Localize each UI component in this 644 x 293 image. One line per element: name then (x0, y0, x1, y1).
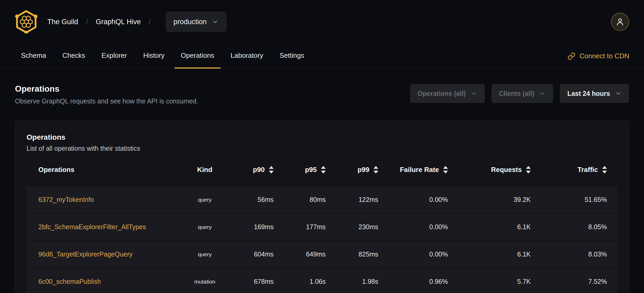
requests-cell: 6.1K (458, 250, 541, 258)
card-title: Operations (27, 133, 617, 142)
column-header-p99[interactable]: p99 (336, 166, 389, 174)
filters: Operations (all) Clients (all) Last 24 h… (410, 84, 629, 103)
main-content: Operations Observe GraphQL requests and … (0, 69, 644, 293)
tabs: Schema Checks Explorer History Operation… (15, 44, 310, 69)
topbar: The Guild / GraphQL Hive / production (0, 0, 644, 44)
tab-history[interactable]: History (137, 44, 171, 69)
table-body: 6372_myTokenInfo query 56ms 80ms 122ms 0… (27, 186, 617, 293)
avatar[interactable] (611, 13, 629, 31)
traffic-cell: 51.65% (541, 196, 617, 203)
p90-cell: 604ms (236, 250, 284, 258)
p90-cell: 678ms (236, 278, 284, 285)
chevron-down-icon (471, 90, 477, 97)
tab-settings[interactable]: Settings (273, 44, 310, 69)
traffic-cell: 8.05% (541, 223, 617, 231)
breadcrumb-project[interactable]: GraphQL Hive (96, 18, 141, 26)
table-header-row: Operations Kind p90 p95 p99 Failure Rate… (27, 160, 617, 180)
kind-cell: query (173, 251, 236, 258)
chevron-down-icon (539, 90, 546, 97)
operations-card: Operations List of all operations with t… (15, 120, 629, 293)
tab-operations[interactable]: Operations (175, 44, 221, 69)
nav-tabs-bar: Schema Checks Explorer History Operation… (0, 44, 644, 69)
p90-cell: 169ms (236, 223, 284, 231)
operations-table: Operations Kind p90 p95 p99 Failure Rate… (27, 160, 617, 293)
table-row: 96d6_TargetExplorerPageQuery query 604ms… (27, 241, 617, 268)
sort-arrows-icon[interactable] (269, 166, 274, 174)
breadcrumb-separator: / (86, 18, 88, 26)
p99-cell: 1.98s (336, 278, 389, 285)
tab-checks[interactable]: Checks (56, 44, 91, 69)
operation-cell: 96d6_TargetExplorerPageQuery (27, 250, 173, 258)
column-header-requests[interactable]: Requests (458, 166, 541, 174)
page-title: Operations (15, 84, 198, 94)
sort-arrows-icon[interactable] (374, 166, 378, 174)
failure-rate-cell: 0.00% (389, 196, 458, 203)
p99-cell: 230ms (336, 223, 389, 231)
failure-rate-cell: 0.00% (389, 223, 458, 231)
failure-rate-cell: 0.96% (389, 278, 458, 285)
p90-cell: 56ms (236, 196, 284, 203)
kind-cell: query (173, 224, 236, 230)
target-select-value: production (173, 18, 207, 26)
operation-link[interactable]: 6c00_schemaPublish (38, 278, 101, 285)
tab-explorer[interactable]: Explorer (95, 44, 133, 69)
column-header-failure-rate[interactable]: Failure Rate (389, 166, 458, 174)
filter-last-24-hours[interactable]: Last 24 hours (560, 84, 629, 103)
operation-link[interactable]: 96d6_TargetExplorerPageQuery (38, 250, 133, 258)
column-header-kind: Kind (173, 166, 236, 174)
operation-cell: 6c00_schemaPublish (27, 278, 173, 285)
sort-arrows-icon[interactable] (321, 166, 326, 174)
card-subtitle: List of all operations with their statis… (27, 145, 617, 152)
sort-arrows-icon[interactable] (443, 166, 448, 174)
operation-link[interactable]: 6372_myTokenInfo (38, 196, 94, 203)
kind-cell: mutation (173, 279, 236, 285)
breadcrumb-org[interactable]: The Guild (47, 18, 78, 26)
filter-clients-all[interactable]: Clients (all) (492, 84, 553, 103)
column-header-p95[interactable]: p95 (284, 166, 336, 174)
breadcrumb-separator: / (149, 18, 151, 26)
p95-cell: 649ms (284, 250, 336, 258)
table-row: 6c00_schemaPublish mutation 678ms 1.06s … (27, 268, 617, 293)
tab-schema[interactable]: Schema (15, 44, 52, 69)
page-header: Operations Observe GraphQL requests and … (15, 84, 629, 105)
column-header-operations: Operations (27, 166, 173, 174)
tab-laboratory[interactable]: Laboratory (224, 44, 269, 69)
operation-link[interactable]: 2bfc_SchemaExplorerFilter_AllTypes (38, 223, 146, 231)
requests-cell: 39.2K (458, 196, 541, 203)
link-icon (568, 52, 575, 60)
p95-cell: 80ms (284, 196, 336, 203)
requests-cell: 5.7K (458, 278, 541, 285)
p95-cell: 1.06s (284, 278, 336, 285)
p99-cell: 825ms (336, 250, 389, 258)
sort-arrows-icon[interactable] (526, 166, 531, 174)
traffic-cell: 8.03% (541, 250, 617, 258)
table-row: 6372_myTokenInfo query 56ms 80ms 122ms 0… (27, 186, 617, 214)
column-header-traffic[interactable]: Traffic (541, 166, 617, 174)
breadcrumb: The Guild / GraphQL Hive / production (15, 10, 226, 33)
target-select[interactable]: production (166, 12, 226, 32)
chevron-down-icon (615, 90, 622, 97)
page-subtitle: Observe GraphQL requests and see how the… (15, 97, 198, 105)
hive-logo-icon[interactable] (15, 10, 38, 33)
operation-cell: 2bfc_SchemaExplorerFilter_AllTypes (27, 223, 173, 231)
filter-operations-all[interactable]: Operations (all) (410, 84, 484, 103)
chevron-down-icon (212, 18, 219, 25)
failure-rate-cell: 0.00% (389, 250, 458, 258)
connect-to-cdn-link[interactable]: Connect to CDN (568, 44, 629, 69)
kind-cell: query (173, 197, 236, 203)
operation-cell: 6372_myTokenInfo (27, 196, 173, 203)
p95-cell: 177ms (284, 223, 336, 231)
traffic-cell: 7.52% (541, 278, 617, 285)
sort-arrows-icon[interactable] (602, 166, 607, 174)
p99-cell: 122ms (336, 196, 389, 203)
connect-to-cdn-label: Connect to CDN (580, 52, 629, 60)
person-icon (615, 17, 625, 27)
requests-cell: 6.1K (458, 223, 541, 231)
table-row: 2bfc_SchemaExplorerFilter_AllTypes query… (27, 214, 617, 241)
column-header-p90[interactable]: p90 (236, 166, 284, 174)
